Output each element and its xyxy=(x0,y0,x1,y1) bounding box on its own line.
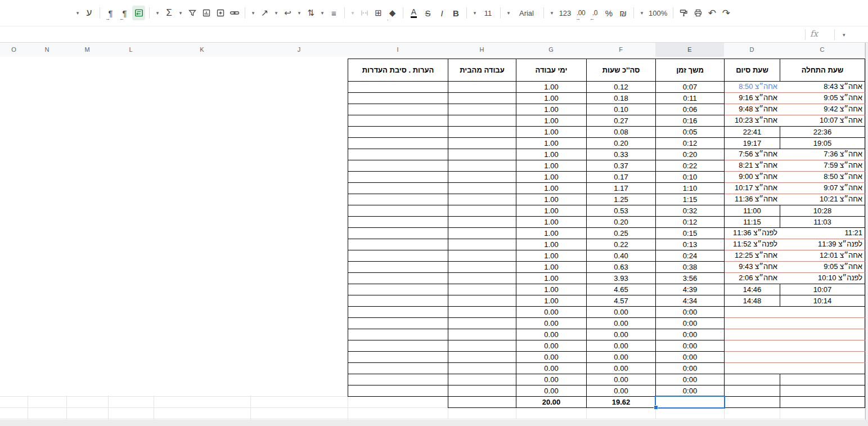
cell-I13[interactable] xyxy=(348,205,448,217)
cell-E10[interactable]: 0:10 xyxy=(655,171,725,183)
cell-G10[interactable]: 1.00 xyxy=(516,171,587,183)
cell-H25[interactable] xyxy=(448,340,516,352)
cell-E24[interactable]: 0:00 xyxy=(655,329,725,340)
cell-F17[interactable]: 0.40 xyxy=(586,250,656,262)
cell-F25[interactable]: 0.00 xyxy=(586,340,656,352)
cell-H22[interactable] xyxy=(448,306,516,318)
cell-G25[interactable]: 0.00 xyxy=(516,340,587,352)
cell-E19[interactable]: 3:56 xyxy=(655,272,725,284)
insert-link-button[interactable] xyxy=(228,6,241,20)
cell-I20[interactable] xyxy=(348,284,448,295)
cell-E15[interactable]: 0:15 xyxy=(655,227,725,239)
formula-bar-expand-dropdown[interactable]: ▾ xyxy=(843,32,845,38)
cell-I4[interactable] xyxy=(348,104,448,115)
cell-H6[interactable] xyxy=(448,126,516,138)
header-cell-C[interactable]: שעת התחלה xyxy=(780,59,865,82)
column-header-N[interactable]: N xyxy=(28,43,67,57)
cell-C13[interactable]: 10:28 xyxy=(780,205,865,217)
vertical-align-button[interactable]: ⇅ xyxy=(304,6,317,20)
cell-F26[interactable]: 0.00 xyxy=(586,351,656,363)
font-family-dropdown[interactable]: ▾ xyxy=(505,6,512,20)
column-header-H[interactable]: H xyxy=(448,43,516,57)
cell-I22[interactable] xyxy=(348,306,448,318)
cell-D17[interactable]: אחה״צ 12:25 xyxy=(724,250,780,262)
cell-H15[interactable] xyxy=(448,227,516,239)
cell-E17[interactable]: 0:24 xyxy=(655,250,725,262)
cell-H4[interactable] xyxy=(448,104,516,115)
cell-D10[interactable]: אחה״צ 9:00 xyxy=(724,171,780,183)
cell-C2[interactable]: אחה״צ 8:43 xyxy=(780,81,865,93)
cell-G23[interactable]: 0.00 xyxy=(516,317,587,329)
vertical-align-dropdown[interactable]: ▾ xyxy=(295,6,303,20)
cell-G6[interactable]: 1.00 xyxy=(516,126,587,138)
cell-I18[interactable] xyxy=(348,261,448,273)
insert-comment-button[interactable] xyxy=(214,6,227,20)
cell-E18[interactable]: 0:38 xyxy=(655,261,725,273)
cell-I5[interactable] xyxy=(348,115,448,127)
cell-I19[interactable] xyxy=(348,272,448,284)
cell-C7[interactable]: 19:05 xyxy=(780,137,865,149)
cell-C21[interactable]: 10:14 xyxy=(780,295,865,307)
cell-F5[interactable]: 0.27 xyxy=(586,115,656,127)
cell-E11[interactable]: 1:10 xyxy=(655,182,725,194)
cell-D13[interactable]: 11:00 xyxy=(724,205,780,217)
column-header-J[interactable]: J xyxy=(250,43,348,57)
cell-C4[interactable]: אחה״צ 9:42 xyxy=(780,104,865,115)
cell-C30[interactable] xyxy=(780,396,865,408)
cell-C20[interactable]: 10:07 xyxy=(780,284,865,295)
insert-chart-button[interactable] xyxy=(200,6,213,20)
cell-D19[interactable]: אחה״צ 2:06 xyxy=(724,272,780,284)
cell-E13[interactable]: 0:32 xyxy=(655,205,725,217)
cell-I12[interactable] xyxy=(348,194,448,205)
cell-G14[interactable]: 1.00 xyxy=(516,216,587,228)
cell-D26[interactable] xyxy=(724,351,780,363)
cell-C25[interactable] xyxy=(780,340,865,352)
total-workdays-cell[interactable]: 20.00 xyxy=(516,396,587,408)
cell-E3[interactable]: 0:11 xyxy=(655,92,725,104)
cell-H7[interactable] xyxy=(448,137,516,149)
cell-C5[interactable]: אחה״צ 10:07 xyxy=(780,115,865,127)
cell-G17[interactable]: 1.00 xyxy=(516,250,587,262)
column-header-E[interactable]: E xyxy=(655,43,725,57)
cell-F23[interactable]: 0.00 xyxy=(586,317,656,329)
cell-C12[interactable]: אחה״צ 10:21 xyxy=(780,194,865,205)
cell-H17[interactable] xyxy=(448,250,516,262)
horizontal-align-dropdown[interactable]: ▾ xyxy=(318,6,326,20)
cell-G19[interactable]: 1.00 xyxy=(516,272,587,284)
cell-G15[interactable]: 1.00 xyxy=(516,227,587,239)
cell-E7[interactable]: 0:12 xyxy=(655,137,725,149)
cell-C22[interactable] xyxy=(780,306,865,318)
zoom-value[interactable]: 100% xyxy=(647,6,669,20)
cell-C15[interactable]: 11:21 xyxy=(780,227,865,239)
cell-C27[interactable] xyxy=(780,362,865,374)
cell-D23[interactable] xyxy=(724,317,780,329)
cell-G13[interactable]: 1.00 xyxy=(516,205,587,217)
cell-G4[interactable]: 1.00 xyxy=(516,104,587,115)
cell-I23[interactable] xyxy=(348,317,448,329)
cell-C14[interactable]: 11:03 xyxy=(780,216,865,228)
cell-D4[interactable]: אחה״צ 9:48 xyxy=(724,104,780,115)
cell-E14[interactable]: 0:12 xyxy=(655,216,725,228)
cell-F24[interactable]: 0.00 xyxy=(586,329,656,340)
cell-H14[interactable] xyxy=(448,216,516,228)
cell-G20[interactable]: 1.00 xyxy=(516,284,587,295)
column-header-O[interactable]: O xyxy=(0,43,28,57)
cell-I14[interactable] xyxy=(348,216,448,228)
cell-G28[interactable]: 0.00 xyxy=(516,374,587,385)
paint-format-button[interactable] xyxy=(677,6,690,20)
strikethrough-button[interactable]: S xyxy=(421,6,434,20)
cell-I10[interactable] xyxy=(348,171,448,183)
cell-F3[interactable]: 0.18 xyxy=(586,92,656,104)
cell-I8[interactable] xyxy=(348,149,448,160)
cell-I11[interactable] xyxy=(348,182,448,194)
column-header-D[interactable]: D xyxy=(724,43,780,57)
cell-G18[interactable]: 1.00 xyxy=(516,261,587,273)
cell-I29[interactable] xyxy=(348,385,448,397)
merge-cells-button[interactable] xyxy=(358,6,371,20)
cell-F2[interactable]: 0.12 xyxy=(586,81,656,93)
cell-D2[interactable]: אחה״צ 8:50 xyxy=(724,81,780,93)
column-header-K[interactable]: K xyxy=(154,43,251,57)
font-size-value[interactable]: 11 xyxy=(480,6,496,20)
header-cell-I[interactable]: הערות . סיבת העדרות xyxy=(348,59,448,82)
cell-D27[interactable] xyxy=(724,362,780,374)
